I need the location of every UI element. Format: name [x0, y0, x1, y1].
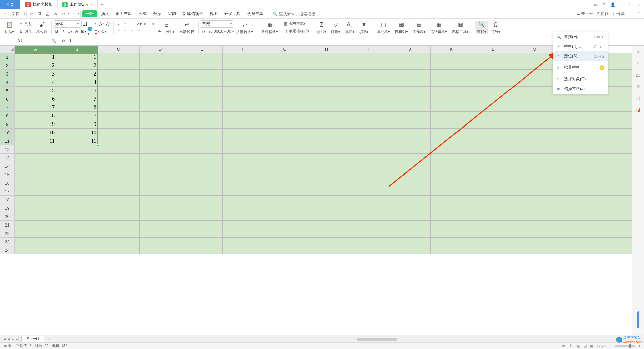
dropdown-selobj[interactable]: ↖选择对象(O)	[553, 74, 608, 84]
strike-icon[interactable]: A̶	[74, 28, 80, 34]
cell[interactable]	[140, 145, 181, 154]
maximize-icon[interactable]: ❐	[629, 2, 633, 7]
cell[interactable]	[15, 179, 56, 187]
cell[interactable]	[389, 120, 431, 129]
cell[interactable]: 9	[56, 120, 98, 129]
command-search-input[interactable]	[279, 12, 319, 16]
percent-icon[interactable]: %	[207, 28, 213, 34]
cell[interactable]	[555, 154, 597, 162]
cell[interactable]	[389, 204, 431, 212]
fx-icon[interactable]: fx	[61, 38, 66, 44]
cell[interactable]	[431, 120, 472, 129]
cell[interactable]	[306, 70, 347, 78]
cell[interactable]	[223, 196, 264, 204]
cell[interactable]	[514, 61, 555, 70]
cell[interactable]	[98, 137, 140, 145]
cell[interactable]	[514, 145, 555, 154]
cell[interactable]	[264, 87, 306, 95]
cell[interactable]	[15, 246, 56, 254]
cell[interactable]	[347, 95, 389, 103]
cell[interactable]	[223, 70, 264, 78]
cell[interactable]	[431, 162, 472, 170]
cell[interactable]	[98, 120, 140, 129]
cell[interactable]	[140, 78, 181, 87]
cell[interactable]	[181, 137, 223, 145]
font-color-icon[interactable]: A▾	[94, 28, 100, 34]
cell[interactable]	[98, 204, 140, 212]
cell[interactable]	[347, 179, 389, 187]
cell[interactable]	[472, 204, 514, 212]
cell[interactable]	[223, 137, 264, 145]
spreadsheet-grid[interactable]: ABCDEFGHIJKLM 12345678910111213141516171…	[0, 46, 632, 342]
row-header[interactable]: 17	[0, 187, 15, 196]
cell[interactable]	[431, 212, 472, 221]
cell[interactable]	[555, 179, 597, 187]
rowcol-button[interactable]: ▦行和列▾	[393, 21, 410, 34]
cell[interactable]	[514, 120, 555, 129]
sheet-prev-icon[interactable]: ◂	[8, 337, 10, 341]
cell[interactable]	[306, 238, 347, 246]
font-size-select[interactable]: 11▾	[81, 21, 98, 27]
cell[interactable]: 2	[15, 61, 56, 70]
cell[interactable]	[347, 78, 389, 87]
cell[interactable]	[514, 87, 555, 95]
cell[interactable]	[431, 229, 472, 238]
cell[interactable]	[347, 246, 389, 254]
cell[interactable]	[15, 204, 56, 212]
cell[interactable]	[98, 78, 140, 87]
dropdown-batch[interactable]: 🗎批量替换V	[553, 63, 608, 72]
cell[interactable]	[223, 204, 264, 212]
save-icon[interactable]: 🖫	[36, 11, 43, 17]
cell[interactable]	[347, 204, 389, 212]
cell[interactable]	[514, 95, 555, 103]
cell[interactable]	[264, 70, 306, 78]
cell[interactable]	[181, 238, 223, 246]
cell[interactable]	[15, 170, 56, 179]
orient-icon[interactable]: ↗▾	[136, 21, 142, 27]
cell[interactable]	[140, 129, 181, 137]
cell[interactable]	[514, 53, 555, 61]
cell[interactable]	[223, 154, 264, 162]
cell[interactable]: 5	[56, 87, 98, 95]
cell[interactable]	[264, 78, 306, 87]
cell[interactable]	[264, 229, 306, 238]
cell[interactable]	[140, 170, 181, 179]
cell[interactable]	[555, 137, 597, 145]
cell[interactable]	[472, 187, 514, 196]
symbol-button[interactable]: Ω符号▾	[489, 21, 502, 34]
cell[interactable]	[514, 179, 555, 187]
cell[interactable]	[597, 212, 632, 221]
cell[interactable]	[140, 120, 181, 129]
cell[interactable]	[472, 196, 514, 204]
cell[interactable]	[306, 229, 347, 238]
cell[interactable]	[98, 196, 140, 204]
cell[interactable]	[264, 112, 306, 120]
cell[interactable]	[347, 221, 389, 229]
cell[interactable]: 10	[56, 129, 98, 137]
cell[interactable]	[306, 246, 347, 254]
cell[interactable]	[597, 204, 632, 212]
cell[interactable]: 8	[56, 103, 98, 112]
cell[interactable]	[431, 179, 472, 187]
cloud-status[interactable]: ☁ 未上云	[576, 11, 593, 17]
cell[interactable]	[389, 95, 431, 103]
cell[interactable]	[389, 87, 431, 95]
cell[interactable]	[347, 129, 389, 137]
cell[interactable]	[140, 112, 181, 120]
print-icon[interactable]: 🖨	[44, 11, 51, 17]
cell[interactable]	[431, 187, 472, 196]
fill-color-icon[interactable]: 🪣▾	[87, 28, 93, 34]
cell[interactable]	[264, 238, 306, 246]
cell[interactable]	[140, 87, 181, 95]
cell[interactable]	[514, 204, 555, 212]
cell[interactable]	[472, 53, 514, 61]
cell[interactable]	[306, 112, 347, 120]
cell[interactable]	[472, 162, 514, 170]
name-box[interactable]	[0, 39, 40, 43]
cell[interactable]	[98, 87, 140, 95]
cell[interactable]	[223, 61, 264, 70]
cell[interactable]	[223, 187, 264, 196]
font-select[interactable]: 宋体▾	[54, 20, 80, 28]
row-header[interactable]: 14	[0, 162, 15, 170]
indent-dec-icon[interactable]: ⇤	[143, 21, 149, 27]
